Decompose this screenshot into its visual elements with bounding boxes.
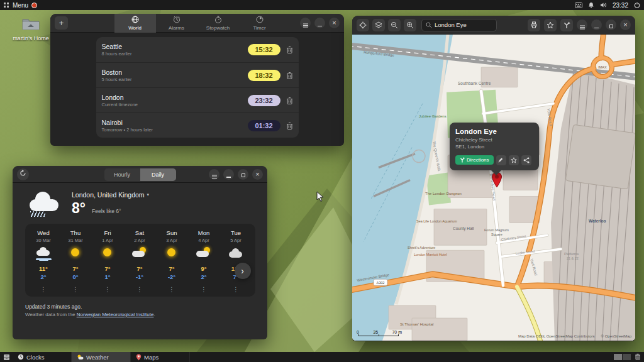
tab-timer[interactable]: Timer	[239, 14, 280, 33]
power-icon[interactable]	[634, 2, 640, 8]
stopwatch-icon	[214, 16, 222, 25]
minimize-button[interactable]	[223, 169, 234, 180]
day-options-kebab-icon[interactable]: ⋮	[201, 287, 207, 293]
svg-text:IMAX: IMAX	[598, 65, 607, 69]
route-icon	[460, 157, 465, 163]
workspace-switcher[interactable]	[614, 354, 631, 360]
folder-icon	[21, 16, 40, 31]
delete-clock-button[interactable]	[286, 72, 293, 79]
layers-button[interactable]	[372, 19, 385, 31]
distro-logo-icon	[31, 3, 37, 8]
directions-button[interactable]: Directions	[455, 155, 494, 165]
clock-time-badge: 23:32	[248, 95, 280, 106]
menu-applet[interactable]: Menu	[0, 2, 37, 9]
refresh-button[interactable]	[17, 168, 29, 180]
route-planner-button[interactable]	[560, 19, 573, 31]
location-name: London, United Kingdom	[72, 191, 145, 199]
trash-icon	[286, 46, 293, 53]
close-button[interactable]: ×	[329, 18, 340, 28]
tab-stopwatch[interactable]: Stopwatch	[197, 14, 239, 33]
forecast-day: Sun 3 Apr 7° -2° ⋮	[156, 229, 188, 293]
clock-city: London	[102, 94, 248, 101]
place-popup: London Eye Chicheley Street SE1, London …	[450, 123, 539, 170]
forecast-weather-icon	[67, 246, 84, 260]
primary-menu-button[interactable]	[300, 18, 311, 28]
route-icon	[563, 21, 570, 29]
print-button[interactable]	[528, 19, 540, 31]
timer-icon	[256, 16, 264, 25]
menu-label: Menu	[13, 2, 28, 9]
clock-city: Seattle	[102, 43, 248, 50]
trash-icon	[286, 72, 293, 79]
home-folder-shortcut[interactable]: martin's Home	[11, 16, 50, 41]
volume-icon[interactable]	[600, 2, 607, 8]
maximize-button[interactable]	[606, 19, 616, 30]
current-weather-snow-icon	[28, 190, 62, 217]
maximize-button[interactable]	[238, 169, 248, 180]
tab-daily[interactable]: Daily	[140, 168, 176, 181]
favorite-place-button[interactable]	[509, 155, 519, 165]
delete-clock-button[interactable]	[286, 46, 293, 53]
clocks-app-icon	[18, 354, 24, 360]
svg-text:London Marriott Hotel: London Marriott Hotel	[414, 253, 447, 256]
minimize-button[interactable]	[314, 18, 325, 28]
close-button[interactable]: ×	[252, 169, 263, 180]
trash-icon	[286, 97, 293, 104]
forecast-weather-icon	[99, 246, 116, 260]
keyboard-indicator-icon[interactable]	[575, 3, 582, 8]
map-search-field[interactable]	[421, 19, 497, 31]
day-options-kebab-icon[interactable]: ⋮	[233, 287, 239, 293]
forecast-day: Mon 4 Apr 9° 2° ⋮	[188, 229, 220, 293]
crosshair-icon	[359, 21, 367, 29]
world-clock-row: London Current timezone 23:32	[96, 87, 299, 112]
applications-icon	[3, 2, 9, 8]
primary-menu-button[interactable]	[209, 169, 219, 180]
clock-note: 8 hours earlier	[102, 51, 248, 57]
location-selector[interactable]: London, United Kingdom ▾	[72, 191, 149, 199]
trash-applet[interactable]	[635, 353, 641, 361]
map-attribution: Map Data ODbL OpenStreetMap Contributors…	[518, 334, 631, 338]
add-clock-button[interactable]: +	[55, 16, 68, 30]
favorites-button[interactable]	[544, 19, 557, 31]
tab-alarms[interactable]: Alarms	[156, 14, 197, 33]
close-button[interactable]: ×	[620, 19, 631, 30]
primary-menu-button[interactable]	[577, 19, 587, 30]
forecast-next-button[interactable]: ›	[235, 263, 251, 279]
file-manager-launcher[interactable]	[0, 354, 13, 361]
tab-world[interactable]: World	[114, 14, 156, 33]
map-viewport[interactable]: A302 Hungerford Bridge Southbank Centre …	[352, 35, 635, 341]
delete-clock-button[interactable]	[286, 97, 293, 104]
day-options-kebab-icon[interactable]: ⋮	[104, 287, 111, 293]
tab-hourly[interactable]: Hourly	[104, 168, 140, 181]
clock-note: Tomorrow • 2 hours later	[102, 127, 248, 133]
delete-clock-button[interactable]	[286, 122, 293, 129]
met-institute-link[interactable]: Norwegian Meteorological Institute	[77, 312, 154, 317]
search-input[interactable]	[435, 21, 492, 28]
day-options-kebab-icon[interactable]: ⋮	[40, 287, 47, 293]
share-place-button[interactable]	[521, 155, 531, 165]
refresh-icon	[19, 170, 26, 177]
svg-text:The London Dungeon: The London Dungeon	[425, 192, 462, 195]
taskbar-item-maps[interactable]: Maps	[131, 352, 190, 362]
chevron-down-icon: ▾	[147, 192, 150, 197]
trash-icon	[635, 353, 641, 360]
day-options-kebab-icon[interactable]: ⋮	[169, 287, 175, 293]
forecast-day: Thu 31 Mar 7° 0° ⋮	[60, 229, 92, 293]
clock-time-badge: 01:32	[248, 120, 280, 131]
forecast-weather-icon	[35, 246, 52, 260]
svg-text:21 & 22: 21 & 22	[567, 256, 579, 260]
edit-place-button[interactable]	[496, 155, 506, 165]
taskbar-item-weather[interactable]: Weather	[72, 352, 131, 362]
forecast-weather-icon	[195, 246, 213, 260]
day-options-kebab-icon[interactable]: ⋮	[136, 287, 143, 293]
go-to-location-button[interactable]	[357, 19, 369, 31]
day-options-kebab-icon[interactable]: ⋮	[72, 287, 79, 293]
zoom-in-button[interactable]	[404, 19, 416, 31]
notification-bell-icon[interactable]	[588, 2, 594, 8]
taskbar-item-clocks[interactable]: Clocks	[13, 352, 72, 362]
clock-city: Nairobi	[102, 119, 248, 126]
panel-clock[interactable]: 23:32	[613, 2, 628, 9]
minimize-button[interactable]	[591, 19, 602, 30]
zoom-out-button[interactable]	[388, 19, 401, 31]
clock-time-badge: 18:32	[248, 70, 280, 81]
